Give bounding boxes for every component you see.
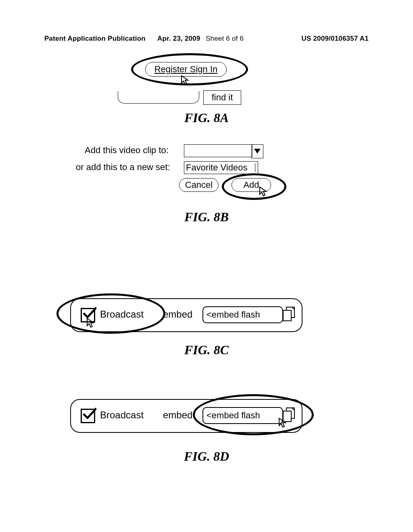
svg-marker-0 bbox=[254, 149, 261, 154]
new-set-value: Favorite Videos bbox=[186, 162, 247, 172]
figure-8c: Broadcast embed <embed flash FIG. 8C bbox=[0, 298, 413, 371]
cursor-icon bbox=[180, 75, 191, 88]
cursor-icon bbox=[86, 318, 97, 330]
highlight-ellipse-icon bbox=[193, 394, 314, 435]
figure-8d: Broadcast embed <embed flash FIG. 8D bbox=[0, 399, 413, 480]
highlight-ellipse-icon bbox=[56, 293, 165, 334]
embed-label: embed bbox=[163, 309, 192, 320]
new-set-input[interactable]: Favorite Videos bbox=[184, 161, 258, 174]
figure-caption: FIG. 8D bbox=[0, 449, 413, 464]
add-clip-label: Add this video clip to: bbox=[85, 145, 169, 156]
publication-number: US 2009/0106357 A1 bbox=[302, 35, 369, 43]
publication-label: Patent Application Publication bbox=[44, 35, 146, 43]
figure-8a: Register Sign In find it FIG. 8A bbox=[0, 53, 413, 130]
clip-set-select[interactable] bbox=[184, 144, 252, 157]
cursor-icon bbox=[258, 186, 269, 199]
broadcast-checkbox[interactable] bbox=[81, 409, 95, 423]
broadcast-label: Broadcast bbox=[100, 409, 144, 421]
cancel-button[interactable]: Cancel bbox=[179, 178, 219, 192]
figure-caption: FIG. 8A bbox=[0, 110, 413, 125]
sheet-number: Sheet 6 of 6 bbox=[206, 35, 244, 43]
text-caret-icon bbox=[255, 163, 256, 172]
embed-label: embed bbox=[163, 409, 192, 421]
figure-caption: FIG. 8C bbox=[0, 343, 413, 357]
highlight-ellipse-icon bbox=[222, 173, 286, 200]
publication-date: Apr. 23, 2009 bbox=[157, 35, 200, 43]
cursor-icon bbox=[277, 418, 289, 430]
svg-rect-1 bbox=[283, 310, 291, 321]
figure-8b: Add this video clip to: or add this to a… bbox=[0, 145, 413, 234]
new-set-label: or add this to a new set: bbox=[76, 162, 170, 172]
find-it-button[interactable]: find it bbox=[203, 90, 241, 105]
register-signin-button[interactable]: Register Sign In bbox=[145, 62, 227, 77]
search-input[interactable] bbox=[118, 91, 199, 104]
figure-caption: FIG. 8B bbox=[0, 210, 413, 224]
embed-code-input[interactable]: <embed flash bbox=[202, 306, 283, 323]
patent-page: Patent Application Publication Apr. 23, … bbox=[0, 0, 413, 532]
chevron-down-icon[interactable] bbox=[251, 144, 263, 158]
copy-icon[interactable] bbox=[282, 306, 296, 324]
